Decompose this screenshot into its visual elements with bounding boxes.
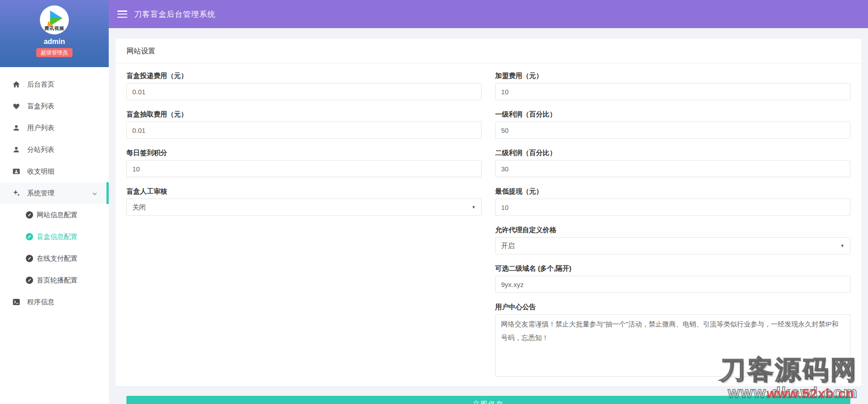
level1-profit-label: 一级利润（百分比）: [495, 109, 850, 119]
sidebar-subitem-label: 盲盒信息配置: [37, 233, 77, 241]
sidebar-item-ledger[interactable]: 收支明细: [0, 161, 109, 182]
allow-agent-custom-price-label: 允许代理自定义价格: [495, 225, 850, 234]
user-center-notice-textarea[interactable]: [495, 314, 850, 377]
sidebar-menu: 后台首页盲盒列表用户列表分站列表收支明细系统管理网站信息配置盲盒信息配置在线支付…: [0, 67, 109, 313]
edit-circle-icon: [26, 233, 33, 240]
field-level2-profit: 二级利润（百分比）: [495, 148, 850, 177]
hamburger-menu-icon[interactable]: [117, 10, 127, 18]
card-title: 网站设置: [116, 39, 861, 63]
edit-circle-icon: [26, 255, 33, 262]
sidebar-item-program-info[interactable]: 程序信息: [0, 291, 109, 313]
blindbox-draw-fee-label: 盲盒抽取费用（元）: [126, 109, 482, 119]
field-optional-subdomains: 可选二级域名 (多个,隔开): [495, 263, 850, 293]
caret-down-icon: ▼: [840, 243, 844, 248]
main-content: 网站设置 盲盒投递费用（元）盲盒抽取费用（元）每日签到积分盲盒人工审核关闭▼ 加…: [109, 28, 868, 404]
caret-down-icon: ▼: [472, 205, 476, 209]
level1-profit-input[interactable]: [495, 122, 850, 139]
edit-circle-icon: [26, 277, 33, 284]
sidebar-item-label: 分站列表: [27, 146, 54, 154]
contact-card-icon: [12, 167, 20, 175]
heart-icon: [12, 102, 20, 110]
edit-circle-icon: [26, 211, 33, 219]
blindbox-draw-fee-input[interactable]: [126, 122, 482, 139]
sidebar-item-label: 系统管理: [27, 189, 54, 198]
sidebar-subitem-label: 首页轮播配置: [37, 276, 77, 285]
sidebar-item-label: 收支明细: [27, 167, 54, 176]
app-title: 刀客盲盒后台管理系统: [134, 9, 216, 19]
daily-signin-points-label: 每日签到积分: [126, 148, 482, 157]
user-icon: [12, 124, 20, 132]
top-header: 刀客盲盒后台管理系统: [109, 0, 868, 28]
terminal-icon: [12, 298, 20, 306]
blindbox-delivery-fee-input[interactable]: [126, 83, 482, 100]
field-blindbox-delivery-fee: 盲盒投递费用（元）: [126, 71, 482, 100]
field-min-withdrawal: 最低提现（元）: [495, 186, 850, 216]
min-withdrawal-input[interactable]: [495, 199, 850, 216]
sidebar-subitem-online-pay-config[interactable]: 在线支付配置: [0, 248, 109, 269]
level2-profit-input[interactable]: [495, 160, 850, 177]
avatar-caption: 腾讯视频: [40, 25, 69, 32]
sidebar-subitem-label: 在线支付配置: [37, 254, 77, 263]
sidebar-item-label: 盲盒列表: [27, 102, 54, 111]
sidebar-subitem-label: 网站信息配置: [37, 211, 77, 219]
sidebar-profile-header: 腾讯视频 admin 超级管理员: [0, 0, 109, 67]
franchise-fee-input[interactable]: [495, 83, 850, 100]
blindbox-manual-review-selected-value: 关闭: [132, 203, 146, 212]
user-icon: [12, 146, 20, 154]
sidebar: 腾讯视频 admin 超级管理员 后台首页盲盒列表用户列表分站列表收支明细系统管…: [0, 0, 109, 404]
field-franchise-fee: 加盟费用（元）: [495, 71, 850, 100]
sidebar-item-site-list[interactable]: 分站列表: [0, 139, 109, 161]
field-level1-profit: 一级利润（百分比）: [495, 109, 850, 139]
field-blindbox-draw-fee: 盲盒抽取费用（元）: [126, 109, 482, 139]
optional-subdomains-label: 可选二级域名 (多个,隔开): [495, 263, 850, 273]
allow-agent-custom-price-select[interactable]: 开启▼: [495, 237, 850, 254]
allow-agent-custom-price-selected-value: 开启: [501, 242, 515, 250]
sidebar-item-box-list[interactable]: 盲盒列表: [0, 95, 109, 117]
form-column-right: 加盟费用（元）一级利润（百分比）二级利润（百分比）最低提现（元）允许代理自定义价…: [495, 71, 850, 388]
blindbox-delivery-fee-label: 盲盒投递费用（元）: [126, 71, 482, 80]
field-user-center-notice: 用户中心公告: [495, 302, 850, 379]
settings-card: 网站设置 盲盒投递费用（元）盲盒抽取费用（元）每日签到积分盲盒人工审核关闭▼ 加…: [116, 39, 861, 386]
field-daily-signin-points: 每日签到积分: [126, 148, 482, 177]
username: admin: [43, 38, 65, 46]
level2-profit-label: 二级利润（百分比）: [495, 148, 850, 157]
optional-subdomains-input[interactable]: [495, 276, 850, 293]
daily-signin-points-input[interactable]: [126, 160, 482, 177]
user-center-notice-label: 用户中心公告: [495, 302, 850, 312]
chevron-down-icon: [92, 191, 96, 195]
sidebar-item-dashboard[interactable]: 后台首页: [0, 73, 109, 95]
sidebar-item-user-list[interactable]: 用户列表: [0, 117, 109, 139]
sidebar-subitem-home-carousel-config[interactable]: 首页轮播配置: [0, 269, 109, 291]
franchise-fee-label: 加盟费用（元）: [495, 71, 850, 80]
blindbox-manual-review-select[interactable]: 关闭▼: [126, 199, 482, 216]
tencent-video-avatar: 腾讯视频: [40, 5, 69, 34]
sidebar-subitem-box-info-config[interactable]: 盲盒信息配置: [0, 226, 109, 248]
home-icon: [12, 80, 20, 88]
min-withdrawal-label: 最低提现（元）: [495, 186, 850, 196]
sidebar-subitem-site-info-config[interactable]: 网站信息配置: [0, 204, 109, 226]
form-column-left: 盲盒投递费用（元）盲盒抽取费用（元）每日签到积分盲盒人工审核关闭▼: [126, 71, 482, 388]
role-badge: 超级管理员: [36, 48, 72, 57]
save-button[interactable]: 立即保存: [126, 396, 850, 404]
sidebar-item-label: 后台首页: [27, 80, 54, 89]
sidebar-item-label: 程序信息: [27, 298, 54, 307]
settings-form: 盲盒投递费用（元）盲盒抽取费用（元）每日签到积分盲盒人工审核关闭▼ 加盟费用（元…: [116, 63, 861, 404]
sidebar-item-label: 用户列表: [27, 124, 54, 132]
sparkles-icon: [12, 189, 20, 197]
field-blindbox-manual-review: 盲盒人工审核关闭▼: [126, 186, 482, 216]
field-allow-agent-custom-price: 允许代理自定义价格开启▼: [495, 225, 850, 254]
sidebar-item-system-manage[interactable]: 系统管理: [0, 182, 109, 204]
blindbox-manual-review-label: 盲盒人工审核: [126, 186, 482, 196]
